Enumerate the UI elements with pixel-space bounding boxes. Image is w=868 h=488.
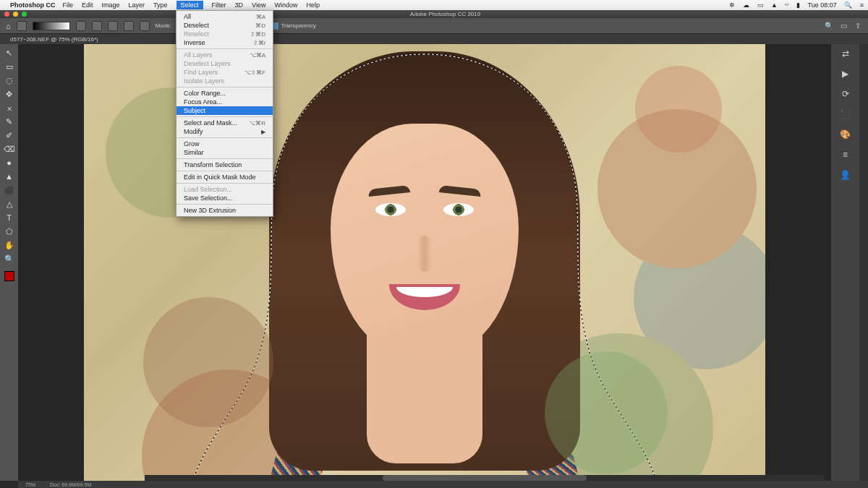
- tool-icon[interactable]: ▲: [4, 171, 15, 182]
- tool-icon[interactable]: 🔍: [4, 253, 15, 265]
- gradient-type-reflected-icon[interactable]: [124, 21, 134, 31]
- zoom-level[interactable]: 75%: [25, 482, 35, 487]
- menu-item-all[interactable]: All⌘A: [176, 12, 273, 21]
- doc-layout-icon[interactable]: [17, 21, 27, 31]
- menu-separator: [176, 158, 273, 159]
- scrollbar-thumb[interactable]: [383, 475, 587, 481]
- minimize-icon[interactable]: [13, 12, 18, 17]
- menu-edit[interactable]: Edit: [82, 1, 93, 9]
- tool-icon[interactable]: ▭: [4, 61, 15, 72]
- document-tab-bar: d577~208.NEF @ 75% (RGB/16*): [0, 34, 868, 44]
- menu-file[interactable]: File: [63, 1, 74, 9]
- mode-label: Mode:: [156, 22, 171, 29]
- menu-item-color-range[interactable]: Color Range...: [176, 89, 273, 98]
- menu-item-focus-area[interactable]: Focus Area...: [176, 98, 273, 106]
- menu-item-grow[interactable]: Grow: [176, 140, 273, 148]
- right-panel-gutter: [859, 44, 868, 481]
- select-menu-dropdown[interactable]: All⌘ADeselect⌘DReselect⇧⌘DInverse⇧⌘IAll …: [176, 10, 273, 217]
- gradient-type-radial-icon[interactable]: [92, 21, 102, 31]
- menu-item-new-3d-extrusion[interactable]: New 3D Extrusion: [176, 206, 273, 215]
- display-icon[interactable]: ▭: [757, 1, 764, 9]
- tool-icon[interactable]: T: [4, 212, 15, 223]
- tool-icon[interactable]: ✐: [4, 129, 15, 141]
- doc-size: Doc: 69.9M/69.9M: [50, 482, 91, 487]
- notification-icon[interactable]: ≡: [860, 1, 864, 9]
- document-tab[interactable]: d577~208.NEF @ 75% (RGB/16*): [10, 36, 98, 43]
- traffic-lights[interactable]: [4, 12, 27, 17]
- menu-window[interactable]: Window: [274, 1, 297, 9]
- home-icon[interactable]: ⌂: [6, 22, 11, 30]
- gradient-preview[interactable]: [33, 22, 70, 30]
- cloud-icon[interactable]: ☁: [743, 1, 749, 9]
- panel-icon[interactable]: ▶: [839, 69, 852, 82]
- zoom-icon[interactable]: [22, 12, 27, 17]
- menu-layer[interactable]: Layer: [129, 1, 145, 9]
- panel-icon[interactable]: 👤: [839, 170, 852, 183]
- menu-type[interactable]: Type: [153, 1, 168, 9]
- share-icon[interactable]: ⇪: [854, 22, 862, 30]
- wifi-icon[interactable]: ⌔: [785, 1, 788, 9]
- tool-icon[interactable]: ⬠: [4, 226, 15, 237]
- status-bar: 75% Doc: 69.9M/69.9M: [18, 481, 868, 488]
- clock[interactable]: Tue 08:07: [808, 1, 837, 9]
- dropbox-icon[interactable]: ✲: [729, 1, 735, 9]
- window-title: Adobe Photoshop CC 2019: [27, 11, 864, 17]
- menu-image[interactable]: Image: [102, 1, 120, 9]
- menu-view[interactable]: View: [252, 1, 265, 9]
- tools-panel: ↖▭◌✥⨉✎✐⌫●▲⬛△T⬠✋🔍: [0, 44, 18, 481]
- tool-icon[interactable]: ⌫: [4, 143, 15, 155]
- transparency-checkbox[interactable]: Transparency: [271, 22, 316, 30]
- tool-icon[interactable]: ⬛: [4, 184, 15, 196]
- tool-icon[interactable]: ●: [4, 157, 15, 168]
- panel-icon[interactable]: 🎨: [839, 129, 852, 142]
- menu-separator: [176, 204, 273, 205]
- menu-item-reselect: Reselect⇧⌘D: [176, 30, 273, 38]
- panel-icon[interactable]: ⬛: [839, 109, 852, 122]
- close-icon[interactable]: [4, 12, 9, 17]
- menu-item-subject[interactable]: Subject: [176, 106, 273, 115]
- menu-item-find-layers: Find Layers⌥⇧⌘F: [176, 68, 273, 77]
- menu-item-isolate-layers: Isolate Layers: [176, 77, 273, 85]
- menu-item-select-and-mask[interactable]: Select and Mask...⌥⌘R: [176, 119, 273, 127]
- tool-icon[interactable]: ✋: [4, 239, 15, 251]
- app-window: Adobe Photoshop CC 2019 ⌂ Mode: Opacity:…: [0, 10, 868, 488]
- battery-icon[interactable]: ▮: [796, 1, 800, 9]
- menu-3d[interactable]: 3D: [235, 1, 244, 9]
- tool-icon[interactable]: ✥: [4, 88, 15, 100]
- menu-item-edit-in-quick-mask-mode[interactable]: Edit in Quick Mask Mode: [176, 173, 273, 181]
- panel-icon[interactable]: ≡: [839, 150, 852, 163]
- tool-icon[interactable]: ↖: [4, 47, 15, 59]
- gradient-type-diamond-icon[interactable]: [140, 21, 150, 31]
- menu-item-inverse[interactable]: Inverse⇧⌘I: [176, 38, 273, 47]
- work-area: ↖▭◌✥⨉✎✐⌫●▲⬛△T⬠✋🔍: [0, 44, 868, 481]
- options-bar: ⌂ Mode: Opacity: Reverse Dither Transpar…: [0, 18, 868, 34]
- workspace-icon[interactable]: ▭: [839, 22, 848, 30]
- menu-item-similar[interactable]: Similar: [176, 148, 273, 157]
- menu-item-transform-selection[interactable]: Transform Selection: [176, 160, 273, 169]
- panel-icon[interactable]: ⇄: [839, 48, 852, 61]
- gradient-type-angle-icon[interactable]: [108, 21, 118, 31]
- color-swatch[interactable]: [4, 271, 14, 281]
- menubar-status-icons: ✲ ☁ ▭ ▲ ⌔ ▮ Tue 08:07 🔍 ≡: [723, 1, 864, 9]
- tool-icon[interactable]: ◌: [4, 74, 15, 86]
- spotlight-icon[interactable]: 🔍: [844, 1, 852, 9]
- menu-item-all-layers: All Layers⌥⌘A: [176, 51, 273, 59]
- gradient-type-linear-icon[interactable]: [76, 21, 86, 31]
- search-icon[interactable]: 🔍: [825, 22, 833, 30]
- menu-help[interactable]: Help: [306, 1, 320, 9]
- menu-item-deselect-layers: Deselect Layers: [176, 59, 273, 68]
- airplay-icon[interactable]: ▲: [771, 1, 778, 9]
- app-name: Photoshop CC: [10, 1, 56, 9]
- menu-filter[interactable]: Filter: [212, 1, 226, 9]
- tool-icon[interactable]: ⨉: [4, 102, 15, 114]
- menu-select[interactable]: Select: [176, 1, 203, 9]
- panel-icon[interactable]: ⟳: [839, 89, 852, 102]
- horizontal-scrollbar[interactable]: [145, 475, 825, 481]
- menu-item-deselect[interactable]: Deselect⌘D: [176, 21, 273, 30]
- tool-icon[interactable]: ✎: [4, 116, 15, 127]
- menu-item-save-selection[interactable]: Save Selection...: [176, 194, 273, 202]
- tool-icon[interactable]: △: [4, 198, 15, 210]
- menu-item-modify[interactable]: Modify▶: [176, 127, 273, 136]
- menu-separator: [176, 183, 273, 184]
- window-titlebar: Adobe Photoshop CC 2019: [0, 10, 868, 18]
